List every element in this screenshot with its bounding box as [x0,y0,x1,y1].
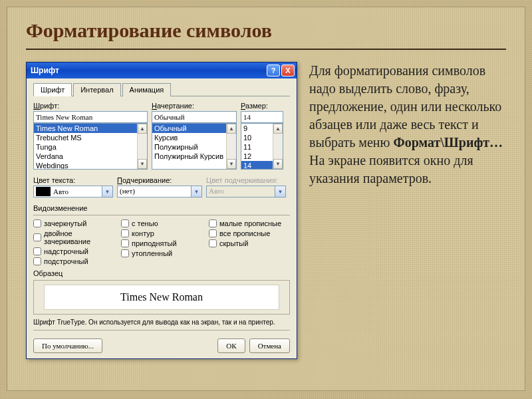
checks-col-3: малые прописные все прописные скрытый [209,219,290,265]
button-row: По умолчанию... ОК Отмена [33,334,290,353]
check-emboss[interactable]: приподнятый [121,239,202,247]
help-button[interactable]: ? [267,65,280,76]
list-item[interactable]: Полужирный [152,142,236,152]
effects-label: Видоизменение [33,204,290,212]
color-swatch-icon [36,187,51,196]
text-color-combo[interactable]: Авто ▼ [33,186,113,198]
list-item[interactable]: Обычный [152,124,236,133]
list-item[interactable]: Trebuchet MS [34,133,147,142]
font-dialog: Шрифт ? X Шрифт Интервал Анимация Шрифт: [26,62,297,359]
preview-box: Times New Roman [33,280,290,315]
close-icon: X [285,66,290,74]
cancel-button[interactable]: Отмена [249,338,290,353]
content-row: Шрифт ? X Шрифт Интервал Анимация Шрифт: [26,62,506,359]
style-input[interactable] [152,111,237,123]
tab-interval[interactable]: Интервал [73,83,120,96]
underline-col: Подчеркивание: (нет) ▼ [117,176,202,198]
scroll-up-icon[interactable]: ▲ [273,124,283,134]
separator [33,330,290,331]
font-listbox[interactable]: Times New Roman Trebuchet MS Tunga Verda… [33,123,148,170]
text-color-label: Цвет текста: [33,176,113,184]
check-smallcaps[interactable]: малые прописные [209,219,290,227]
text-color-col: Цвет текста: Авто ▼ [33,176,113,198]
size-col: Размер: 9 10 11 12 14 ▲▼ [241,102,283,170]
para-bold: Формат\Шрифт… [393,135,503,150]
font-row: Шрифт: Times New Roman Trebuchet MS Tung… [33,102,290,170]
scroll-down-icon[interactable]: ▼ [138,159,147,169]
check-engrave[interactable]: утопленный [121,249,202,257]
scroll-down-icon[interactable]: ▼ [227,159,236,169]
chevron-down-icon[interactable]: ▼ [192,186,202,198]
underline-color-combo: Авто ▼ [206,186,286,198]
scrollbar[interactable]: ▲▼ [137,124,147,169]
dialog-title: Шрифт [31,66,59,75]
scrollbar[interactable]: ▲▼ [273,124,283,169]
color-row: Цвет текста: Авто ▼ Подчеркивание: (нет)… [33,176,290,198]
separator [33,215,290,215]
ok-button[interactable]: ОК [217,338,245,353]
check-strikethrough[interactable]: зачеркнутый [33,219,114,227]
check-double-strike[interactable]: двойное зачеркивание [33,229,114,245]
list-item[interactable]: Курсив [152,133,236,142]
description-text: Для форматирования символов надо выделит… [309,62,506,359]
checks-col-1: зачеркнутый двойное зачеркивание надстро… [33,219,114,265]
title-rule [26,49,506,50]
tabs: Шрифт Интервал Анимация [33,82,290,96]
style-label: Начертание: [152,102,237,110]
scroll-up-icon[interactable]: ▲ [138,124,147,134]
default-button[interactable]: По умолчанию... [33,338,102,353]
style-col: Начертание: Обычный Курсив Полужирный По… [152,102,237,170]
effects-checks: зачеркнутый двойное зачеркивание надстро… [33,219,290,265]
list-item[interactable]: Полужирный Курсив [152,152,236,161]
dialog-body: Шрифт Интервал Анимация Шрифт: Times New… [27,78,297,358]
check-hidden[interactable]: скрытый [209,239,290,247]
check-superscript[interactable]: надстрочный [33,247,114,255]
font-col: Шрифт: Times New Roman Trebuchet MS Tung… [33,102,148,170]
para-tail: На экране появится окно для указания пар… [309,153,473,186]
chevron-down-icon[interactable]: ▼ [102,186,113,198]
scroll-up-icon[interactable]: ▲ [227,124,236,134]
scrollbar[interactable]: ▲▼ [226,124,236,169]
check-shadow[interactable]: с тенью [121,219,202,227]
preview-label: Образец [33,269,290,277]
underline-label: Подчеркивание: [117,176,202,184]
preview-text: Times New Roman [44,285,279,310]
check-outline[interactable]: контур [121,229,202,237]
size-listbox[interactable]: 9 10 11 12 14 ▲▼ [241,123,283,170]
font-label: Шрифт: [33,102,148,110]
font-hint: Шрифт TrueType. Он используется для выво… [33,319,290,326]
tab-font[interactable]: Шрифт [33,83,72,96]
style-listbox[interactable]: Обычный Курсив Полужирный Полужирный Кур… [152,123,237,170]
tab-animation[interactable]: Анимация [122,83,172,96]
list-item[interactable]: Verdana [34,152,147,161]
checks-col-2: с тенью контур приподнятый утопленный [121,219,202,265]
titlebar[interactable]: Шрифт ? X [27,63,297,78]
list-item[interactable]: Tunga [34,142,147,152]
check-subscript[interactable]: подстрочный [33,257,114,265]
scroll-down-icon[interactable]: ▼ [273,159,283,169]
font-input[interactable] [33,111,148,123]
underline-combo[interactable]: (нет) ▼ [117,186,202,198]
help-icon: ? [271,66,276,74]
slide-title: Форматирование символов [26,19,506,42]
close-button[interactable]: X [281,65,295,76]
list-item[interactable]: Times New Roman [34,124,147,133]
underline-color-label: Цвет подчеркивания: [206,176,286,184]
slide: Форматирование символов Шрифт ? X Шрифт … [7,7,525,391]
list-item[interactable]: Webdings [34,161,147,170]
size-input[interactable] [241,111,283,123]
size-label: Размер: [241,102,283,110]
check-allcaps[interactable]: все прописные [209,229,290,237]
chevron-down-icon: ▼ [275,186,286,198]
underline-color-col: Цвет подчеркивания: Авто ▼ [206,176,286,198]
